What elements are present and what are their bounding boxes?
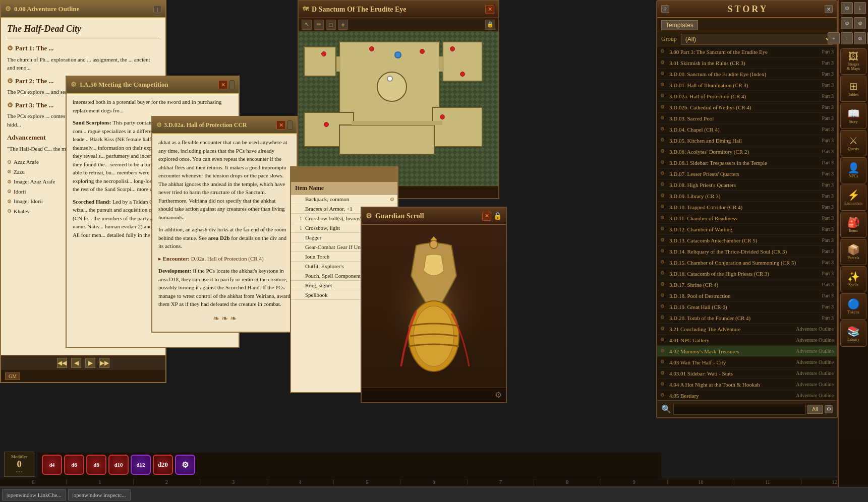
story-item-tag: Part 3: [822, 237, 834, 243]
dice-d20[interactable]: d20: [153, 455, 173, 475]
story-list-item[interactable]: ⚙3.D.06. Acolytes' Dormitory (CR 2)Part …: [657, 146, 837, 157]
story-list-item[interactable]: ⚙4.04 A Hot Night at the Tooth & HookahA…: [657, 379, 837, 390]
number-bar: 0 1 2 3 4 5 6 7 8 9 10 11 12: [0, 477, 868, 487]
map-tool-draw[interactable]: ✏: [314, 20, 324, 30]
story-list-item[interactable]: ⚙4.05 BestiaryAdventure Outline: [657, 390, 837, 400]
dice-d4[interactable]: d4: [42, 455, 62, 475]
nav-prev[interactable]: ◀◀: [57, 358, 67, 368]
story-item-icon: ⚙: [660, 392, 667, 399]
sidebar-btn-parcels[interactable]: 📦 Parcels: [840, 239, 866, 265]
story-list-item[interactable]: ⚙3.D.20. Tomb of the Founder (CR 4)Part …: [657, 312, 837, 324]
dice-d10[interactable]: d10: [108, 455, 129, 475]
story-list-item[interactable]: ⚙3.D.08. High Priest's QuartersPart 3: [657, 179, 837, 191]
hall-scroll-pin[interactable]: [287, 120, 293, 130]
story-search-input[interactable]: [673, 404, 805, 415]
story-list-item[interactable]: ⚙3.00 Part 3: The Sanctum of the Erudite…: [657, 46, 837, 57]
story-item-icon: ⚙: [660, 82, 667, 89]
story-list-item[interactable]: ⚙3.D.11. Chamber of ReadinessPart 3: [657, 213, 837, 224]
meeting-close[interactable]: ✕: [218, 80, 227, 89]
story-list-item[interactable]: ⚙3.D.06.1 Sidebar: Trespassers in the Te…: [657, 157, 837, 168]
story-list-item[interactable]: ⚙3.D.05. Kitchen and Dining HallPart 3: [657, 135, 837, 146]
sidebar-btn-tables[interactable]: ⊞ Tables: [840, 76, 866, 102]
guardian-close[interactable]: ✕: [482, 212, 491, 221]
map-room-bc: [339, 124, 435, 155]
story-list-item[interactable]: ⚙4.03.01 Sidebar: Wati - StatsAdventure …: [657, 368, 837, 379]
sidebar-btn-items[interactable]: 🎒 Items: [840, 212, 866, 238]
story-all-button[interactable]: All: [807, 405, 823, 414]
story-list-item[interactable]: ⚙3.D.04. Chapel (CR 4)Part 3: [657, 124, 837, 135]
story-list-item[interactable]: ⚙3.D.10. Trapped Corridor (CR 4)Part 3: [657, 202, 837, 213]
item-row-backpack[interactable]: Backpack, common ⚙: [291, 195, 397, 204]
sidebar-btn-encounters[interactable]: ⚡ Encounters: [840, 184, 866, 211]
top-btn-4[interactable]: ⚙: [854, 17, 866, 29]
story-list-item[interactable]: ⚙3.D.15. Chamber of Conjuration and Summ…: [657, 257, 837, 268]
story-list-item[interactable]: ⚙3.D.19. Great Hall (CR 6)Part 3: [657, 301, 837, 312]
story-list-item[interactable]: ⚙3.D.18. Pool of DestructionPart 3: [657, 290, 837, 301]
map-content: [299, 31, 498, 186]
sidebar-btn-story[interactable]: 📖 Story: [840, 103, 866, 129]
num-8: 8: [534, 479, 601, 485]
item-qty-3: 1: [294, 216, 302, 221]
story-item-name: 3.D.19. Great Hall (CR 6): [669, 304, 820, 310]
story-item-tag: Part 3: [822, 93, 834, 99]
story-item-name: 4.02 Mummy's Mask Treasures: [669, 348, 794, 354]
story-list-item[interactable]: ⚙4.02 Mummy's Mask TreasuresAdventure Ou…: [657, 346, 837, 357]
story-list-item[interactable]: ⚙3.D.07. Lesser Priests' QuartersPart 3: [657, 168, 837, 179]
map-tool-select[interactable]: □: [326, 20, 336, 30]
story-list-item[interactable]: ⚙4.01 NPC GalleryAdventure Outline: [657, 335, 837, 346]
story-list-item[interactable]: ⚙3.D.00. Sanctum of the Erudite Eye (Ind…: [657, 69, 837, 80]
story-list-item[interactable]: ⚙3.D.03. Sacred PoolPart 3: [657, 113, 837, 124]
story-list-item[interactable]: ⚙3.D.12. Chamber of WaitingPart 3: [657, 224, 837, 235]
nav-end[interactable]: ▶▶: [99, 358, 109, 368]
sidebar-btn-images-maps[interactable]: 🖼 Images& Maps: [840, 48, 866, 75]
story-list-item[interactable]: ⚙3.D.09. Library (CR 3)Part 3: [657, 191, 837, 202]
adventure-subtitle: The Half-Dead City: [7, 22, 159, 38]
nav-back[interactable]: ◀: [71, 358, 81, 368]
top-btn-5[interactable]: +: [828, 32, 840, 44]
top-btn-6[interactable]: -: [841, 32, 853, 44]
dice-d12[interactable]: d12: [131, 455, 151, 475]
nav-fwd[interactable]: ▶: [85, 358, 95, 368]
story-title-bar: ? STORY ✕: [657, 1, 837, 18]
map-tool-cursor[interactable]: ↖: [302, 20, 312, 30]
story-list-item[interactable]: ⚙3.D.13. Catacomb Antechamber (CR 5)Part…: [657, 235, 837, 246]
story-list-item[interactable]: ⚙3.21 Concluding The AdventureAdventure …: [657, 324, 837, 335]
sidebar-btn-spells[interactable]: ✨ Spells: [840, 266, 866, 292]
top-btn-7[interactable]: ⚙: [854, 32, 866, 44]
story-list-item[interactable]: ⚙3.D.14. Reliquary of the Thrice-Divided…: [657, 246, 837, 257]
story-list-item[interactable]: ⚙3.01 Skirmish in the Ruins (CR 3)Part 3: [657, 57, 837, 69]
story-list-item[interactable]: ⚙3.D.01. Hall of Illumination (CR 3)Part…: [657, 80, 837, 91]
map-close[interactable]: ✕: [485, 5, 494, 14]
story-list-item[interactable]: ⚙3.D.16. Catacomb of the High Priests (C…: [657, 268, 837, 279]
story-list-item[interactable]: ⚙4.03 Wati The Half - CityAdventure Outl…: [657, 357, 837, 368]
top-btn-3[interactable]: ⚙: [841, 17, 853, 29]
templates-button[interactable]: Templates: [661, 20, 698, 30]
story-help-btn[interactable]: ?: [661, 5, 669, 13]
sidebar-btn-library[interactable]: 📚 Library: [840, 321, 866, 347]
taskbar-item-2[interactable]: |openwindow inspectc...: [68, 489, 131, 500]
sidebar-btn-tokens[interactable]: 🔵 Tokens: [840, 293, 866, 320]
group-select[interactable]: (All): [681, 34, 833, 45]
story-close-btn[interactable]: ✕: [825, 5, 833, 13]
top-btn-2[interactable]: i: [854, 2, 866, 14]
modifier-panel: Modifier 0 • • •: [4, 452, 34, 477]
story-settings-icon[interactable]: ⚙: [825, 405, 833, 413]
dice-d8[interactable]: d8: [86, 455, 106, 475]
story-list-item[interactable]: ⚙3.D.02a. Hall of Protection (CR 4)Part …: [657, 91, 837, 102]
story-item-tag: Part 3: [822, 282, 834, 287]
map-tool-lock[interactable]: 🔒: [485, 20, 495, 30]
story-list-item[interactable]: ⚙3.D.02b. Cathedral of Nethys (CR 4)Part…: [657, 102, 837, 113]
adventure-scroll-pin[interactable]: |: [153, 5, 161, 13]
hall-close[interactable]: ✕: [276, 120, 285, 130]
dice-d6[interactable]: d6: [64, 455, 84, 475]
map-tool-grid[interactable]: #: [338, 20, 348, 30]
story-list-item[interactable]: ⚙3.D.17. Shrine (CR 4)Part 3: [657, 279, 837, 290]
meeting-scroll-pin[interactable]: [229, 80, 235, 89]
dice-special[interactable]: ⚙: [175, 455, 195, 475]
story-item-icon: ⚙: [660, 48, 667, 55]
taskbar-item-1[interactable]: |openwindow LinkChe...: [2, 489, 66, 500]
sidebar-btn-npcs[interactable]: 👤 NPCs: [840, 157, 866, 183]
story-item-icon: ⚙: [660, 270, 667, 277]
top-btn-1[interactable]: ⚙: [841, 2, 853, 14]
sidebar-btn-quests[interactable]: ⚔ Quests: [840, 130, 866, 156]
